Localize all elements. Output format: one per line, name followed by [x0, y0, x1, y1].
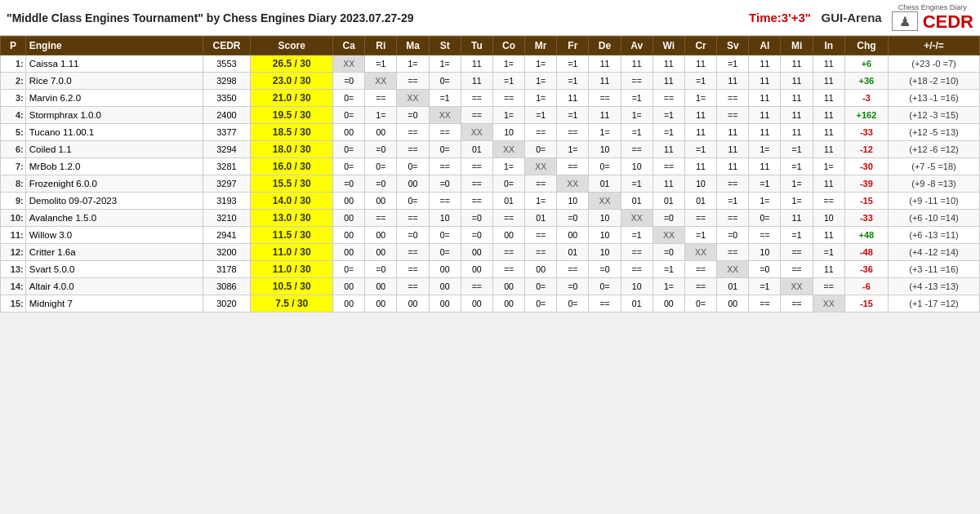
- table-row: 5:Tucano 11.00.1337718.5 / 300000====XX1…: [1, 124, 980, 141]
- table-cell: ==: [621, 261, 653, 278]
- table-cell: =0: [589, 261, 621, 278]
- table-row: 4:Stormphrax 1.0.0240019.5 / 300=1==0XX=…: [1, 107, 980, 124]
- table-cell: 1=: [621, 107, 653, 124]
- table-cell: ==: [653, 90, 684, 107]
- table-cell: -6: [844, 278, 888, 295]
- table-cell: =1: [813, 244, 844, 261]
- table-cell: 1=: [525, 90, 557, 107]
- col-header-p: P: [1, 37, 26, 55]
- table-cell: -3: [844, 90, 888, 107]
- table-cell: 11: [813, 141, 844, 158]
- table-cell: ==: [461, 90, 492, 107]
- table-cell: =0: [653, 210, 684, 227]
- table-cell: 5:: [1, 124, 26, 141]
- table-row: 1:Caissa 1.11355326.5 / 30XX=11=1=111=1=…: [1, 55, 980, 73]
- table-cell: 10: [813, 210, 844, 227]
- table-cell: 01: [525, 210, 557, 227]
- table-cell: =1: [684, 141, 716, 158]
- table-cell: 11: [589, 73, 621, 90]
- table-cell: ==: [492, 90, 524, 107]
- cedr-brand: CEDR: [923, 13, 973, 31]
- table-cell: 11.0 / 30: [251, 244, 333, 261]
- table-cell: 11: [813, 227, 844, 244]
- table-cell: ==: [461, 278, 492, 295]
- table-cell: 1=: [492, 158, 524, 175]
- table-cell: =1: [781, 227, 813, 244]
- table-cell: 3377: [203, 124, 251, 141]
- table-cell: -33: [844, 210, 888, 227]
- col-header-av: Av: [621, 37, 653, 55]
- table-cell: ==: [813, 278, 844, 295]
- table-cell: 11: [684, 107, 716, 124]
- table-cell: 10: [589, 227, 621, 244]
- table-cell: 26.5 / 30: [251, 55, 333, 73]
- table-cell: 10: [621, 278, 653, 295]
- table-cell: Svart 5.0.0: [25, 261, 203, 278]
- table-cell: 11.5 / 30: [251, 227, 333, 244]
- table-cell: XX: [653, 227, 684, 244]
- table-cell: 0=: [684, 295, 716, 312]
- table-cell: ==: [621, 141, 653, 158]
- table-cell: 11: [781, 210, 813, 227]
- table-cell: XX: [365, 73, 397, 90]
- table-cell: 00: [365, 193, 397, 210]
- table-cell: 1=: [492, 107, 524, 124]
- table-cell: ==: [492, 210, 524, 227]
- table-cell: -48: [844, 244, 888, 261]
- table-cell: ==: [781, 295, 813, 312]
- table-cell: ==: [684, 210, 716, 227]
- table-cell: =1: [492, 73, 524, 90]
- table-cell: 9:: [1, 193, 26, 210]
- table-cell: Frozenight 6.0.0: [25, 175, 203, 193]
- table-cell: Tucano 11.00.1: [25, 124, 203, 141]
- table-cell: =0: [557, 278, 589, 295]
- table-cell: (+4 -12 =14): [888, 244, 979, 261]
- table-cell: 0=: [397, 158, 429, 175]
- table-cell: 00: [461, 261, 492, 278]
- table-cell: 0=: [429, 227, 461, 244]
- table-cell: 11: [717, 124, 749, 141]
- table-cell: Stormphrax 1.0.0: [25, 107, 203, 124]
- table-cell: 0=: [589, 158, 621, 175]
- table-cell: 1=: [589, 124, 621, 141]
- table-cell: ==: [461, 175, 492, 193]
- table-cell: 10.5 / 30: [251, 278, 333, 295]
- table-cell: XX: [333, 55, 365, 73]
- table-cell: XX: [684, 244, 716, 261]
- table-cell: (+9 -11 =10): [888, 193, 979, 210]
- table-cell: 3281: [203, 158, 251, 175]
- col-header-fr: Fr: [557, 37, 589, 55]
- col-header-mi: Mi: [781, 37, 813, 55]
- table-cell: (+23 -0 =7): [888, 55, 979, 73]
- table-cell: ==: [589, 90, 621, 107]
- table-cell: 11: [813, 55, 844, 73]
- table-row: 10:Avalanche 1.5.0321013.0 / 3000====10=…: [1, 210, 980, 227]
- table-cell: -30: [844, 158, 888, 175]
- table-cell: ==: [429, 193, 461, 210]
- table-cell: 2:: [1, 73, 26, 90]
- table-cell: 11: [749, 55, 781, 73]
- table-cell: 11: [684, 124, 716, 141]
- table-cell: =0: [365, 141, 397, 158]
- table-cell: ==: [557, 124, 589, 141]
- table-cell: 1=: [525, 193, 557, 210]
- table-cell: 11: [717, 73, 749, 90]
- table-cell: 0=: [333, 90, 365, 107]
- table-cell: 11:: [1, 227, 26, 244]
- table-cell: 3297: [203, 175, 251, 193]
- table-cell: 00: [365, 227, 397, 244]
- col-header-ca: Ca: [333, 37, 365, 55]
- header: "Middle Class Engines Tournament" by Che…: [0, 0, 980, 36]
- table-cell: =1: [621, 124, 653, 141]
- table-cell: XX: [621, 210, 653, 227]
- table-cell: 1=: [365, 107, 397, 124]
- table-cell: 0=: [749, 210, 781, 227]
- table-cell: +36: [844, 73, 888, 90]
- table-cell: ==: [397, 124, 429, 141]
- standings-table: P Engine CEDR Score Ca Ri Ma St Tu Co Mr…: [0, 36, 980, 312]
- table-cell: ==: [365, 90, 397, 107]
- table-cell: 11: [717, 158, 749, 175]
- table-cell: 3350: [203, 90, 251, 107]
- table-cell: 1=: [781, 193, 813, 210]
- table-cell: MrBob 1.2.0: [25, 158, 203, 175]
